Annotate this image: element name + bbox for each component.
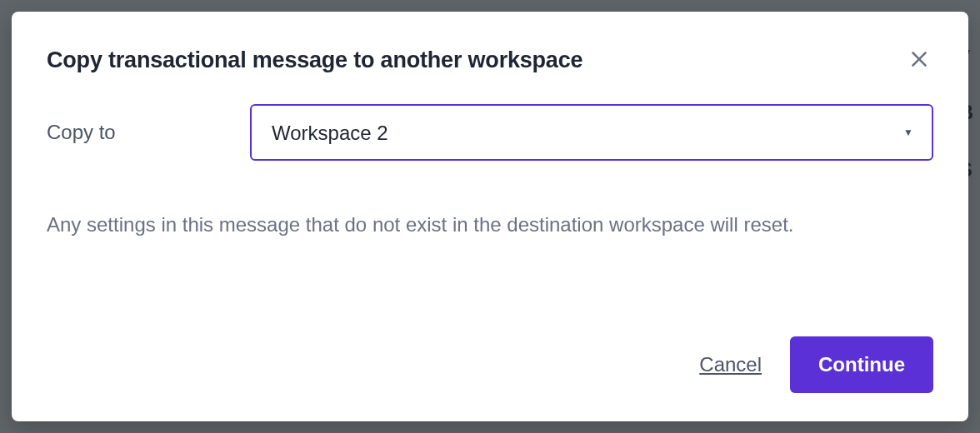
close-button[interactable] xyxy=(905,45,933,76)
cancel-button[interactable]: Cancel xyxy=(699,353,762,376)
workspace-select-wrap: Workspace 2 ▼ xyxy=(250,104,933,161)
close-icon xyxy=(908,48,930,72)
modal-footer: Cancel Continue xyxy=(47,336,933,393)
modal-title: Copy transactional message to another wo… xyxy=(47,47,582,73)
workspace-select[interactable]: Workspace 2 xyxy=(250,104,933,161)
helper-text: Any settings in this message that do not… xyxy=(47,211,933,240)
copy-message-modal: Copy transactional message to another wo… xyxy=(12,12,968,421)
copy-to-label: Copy to xyxy=(47,121,250,144)
continue-button[interactable]: Continue xyxy=(790,336,933,393)
modal-header: Copy transactional message to another wo… xyxy=(47,45,933,76)
copy-to-row: Copy to Workspace 2 ▼ xyxy=(47,104,933,161)
